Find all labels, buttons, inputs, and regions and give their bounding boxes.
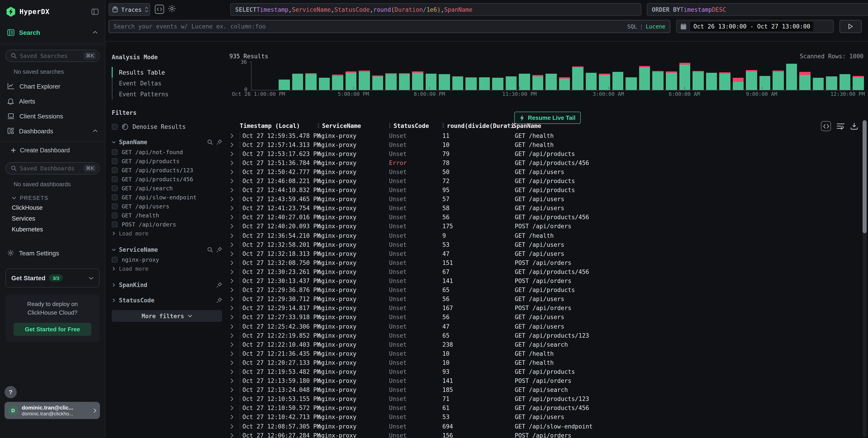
histogram-bar[interactable] <box>305 62 316 90</box>
sidebar-item-dashboards[interactable]: Dashboards <box>0 124 105 138</box>
histogram-bar[interactable] <box>479 62 490 90</box>
saved-dashboards-field[interactable] <box>20 165 81 172</box>
load-more-button[interactable]: Load more <box>112 229 222 238</box>
column-resize-handle[interactable] <box>508 123 510 129</box>
histogram-bar[interactable] <box>372 62 383 90</box>
row-expand-icon[interactable] <box>229 351 240 356</box>
saved-dashboards-input[interactable]: ⌘K <box>5 162 99 174</box>
histogram-bar[interactable] <box>613 62 623 90</box>
histogram-bar[interactable] <box>773 62 784 90</box>
facet-option[interactable]: GET /api/products/123 <box>112 165 222 174</box>
more-filters-button[interactable]: More filters <box>112 310 222 322</box>
row-expand-icon[interactable] <box>229 324 240 329</box>
row-expand-icon[interactable] <box>229 415 240 420</box>
sidebar-item-search[interactable]: Search <box>0 21 105 44</box>
language-sql-option[interactable]: SQL <box>627 23 637 30</box>
facet-search-icon[interactable] <box>207 247 213 253</box>
facet-option[interactable]: POST /api/orders <box>112 220 222 229</box>
row-expand-icon[interactable] <box>229 342 240 347</box>
facet-option[interactable]: GET /api/slow-endpoint <box>112 193 222 202</box>
row-expand-icon[interactable] <box>229 251 240 256</box>
table-row[interactable]: Oct 27 12:20:27.133 PMnginx-proxyUnset10… <box>229 358 861 367</box>
row-expand-icon[interactable] <box>229 269 240 274</box>
row-expand-icon[interactable] <box>229 388 240 392</box>
histogram-bar[interactable] <box>332 62 343 90</box>
preset-item-services[interactable]: Services <box>0 213 105 224</box>
row-expand-icon[interactable] <box>229 315 240 320</box>
preset-item-kubernetes[interactable]: Kubernetes <box>0 224 105 235</box>
table-row[interactable]: Oct 27 12:29:30.712 PMnginx-proxyUnset56… <box>229 295 861 304</box>
histogram-bar[interactable] <box>799 62 810 90</box>
chevron-down-icon[interactable] <box>112 248 116 252</box>
table-row[interactable]: Oct 27 12:13:24.048 PMnginx-proxyUnset18… <box>229 385 861 394</box>
histogram-bar[interactable] <box>412 62 423 90</box>
table-row[interactable]: Oct 27 12:36:54.210 PMnginx-proxyUnset9G… <box>229 231 861 240</box>
facet-option[interactable]: nginx-proxy <box>112 255 222 264</box>
histogram-bar[interactable] <box>639 62 650 90</box>
histogram-bar[interactable] <box>385 62 397 90</box>
histogram-bar[interactable] <box>559 62 570 90</box>
table-row[interactable]: Oct 27 12:57:14.313 PMnginx-proxyUnset10… <box>229 140 861 149</box>
get-started-free-button[interactable]: Get Started for Free <box>13 323 91 336</box>
denoise-checkbox[interactable] <box>112 124 118 130</box>
histogram-bar[interactable] <box>666 62 677 90</box>
histogram-bar[interactable] <box>506 62 517 90</box>
table-row[interactable]: Oct 27 12:51:36.784 PMnginx-proxyError78… <box>229 159 861 167</box>
table-row[interactable]: Oct 27 12:43:59.465 PMnginx-proxyUnset57… <box>229 195 861 204</box>
row-expand-icon[interactable] <box>229 206 240 211</box>
table-row[interactable]: Oct 27 12:30:13.437 PMnginx-proxyUnset14… <box>229 276 861 285</box>
sidebar-collapse-icon[interactable] <box>91 9 99 15</box>
table-row[interactable]: Oct 27 12:29:14.817 PMnginx-proxyUnset16… <box>229 304 861 313</box>
row-expand-icon[interactable] <box>229 188 240 193</box>
create-dashboard-button[interactable]: Create Dashboard <box>0 143 105 157</box>
sidebar-item-team-settings[interactable]: Team Settings <box>0 245 105 260</box>
histogram-bar[interactable] <box>719 62 730 90</box>
sidebar-item-client-sessions[interactable]: Client Sessions <box>0 108 105 124</box>
row-expand-icon[interactable] <box>229 406 240 411</box>
table-row[interactable]: Oct 27 12:44:10.832 PMnginx-proxyUnset95… <box>229 186 861 195</box>
code-editor-icon[interactable] <box>155 4 164 14</box>
table-row[interactable]: Oct 27 12:53:17.623 PMnginx-proxyUnset79… <box>229 149 861 158</box>
chevron-up-icon[interactable] <box>93 129 98 132</box>
results-histogram[interactable]: 36 0 <box>251 62 864 91</box>
row-expand-icon[interactable] <box>229 242 240 247</box>
table-row[interactable]: Oct 27 12:27:33.918 PMnginx-proxyUnset56… <box>229 313 861 322</box>
histogram-bar[interactable] <box>759 62 770 90</box>
histogram-bar[interactable] <box>466 62 477 90</box>
facet-checkbox[interactable] <box>112 257 118 262</box>
histogram-bar[interactable] <box>599 62 610 90</box>
table-row[interactable]: Oct 27 12:46:08.221 PMnginx-proxyUnset72… <box>229 176 861 186</box>
table-row[interactable]: Oct 27 12:19:53.482 PMnginx-proxyUnset93… <box>229 367 861 376</box>
table-row[interactable]: Oct 27 12:41:23.754 PMnginx-proxyUnset58… <box>229 204 861 213</box>
row-expand-icon[interactable] <box>229 178 240 183</box>
row-expand-icon[interactable] <box>229 215 240 220</box>
table-row[interactable]: Oct 27 12:32:58.201 PMnginx-proxyUnset53… <box>229 240 861 249</box>
histogram-bar[interactable] <box>786 62 797 90</box>
pin-icon[interactable] <box>216 247 222 253</box>
user-account-chip[interactable]: D dominic.tran@clic... dominic.tran@clic… <box>4 402 100 419</box>
row-expand-icon[interactable] <box>229 278 240 283</box>
help-button[interactable]: ? <box>4 386 17 398</box>
facet-checkbox[interactable] <box>112 185 118 191</box>
date-range-picker[interactable]: Oct 26 13:00:00 - Oct 27 13:00:00 <box>676 20 834 33</box>
column-resize-handle[interactable] <box>389 123 391 129</box>
facet-checkbox[interactable] <box>112 167 118 173</box>
row-expand-icon[interactable] <box>229 224 240 229</box>
table-row[interactable]: Oct 27 12:21:36.435 PMnginx-proxyUnset10… <box>229 349 861 358</box>
table-row[interactable]: Oct 27 12:40:20.093 PMnginx-proxyUnset17… <box>229 222 861 231</box>
row-expand-icon[interactable] <box>229 133 240 138</box>
preset-item-clickhouse[interactable]: ClickHouse <box>0 202 105 213</box>
saved-searches-field[interactable] <box>20 53 81 59</box>
table-row[interactable]: Oct 27 12:32:08.750 PMnginx-proxyUnset15… <box>229 258 861 267</box>
denoise-results-toggle[interactable]: Denoise Results <box>112 124 222 130</box>
histogram-bar[interactable] <box>532 62 544 90</box>
facet-checkbox[interactable] <box>112 221 118 227</box>
pin-icon[interactable] <box>216 139 222 145</box>
table-row[interactable]: Oct 27 12:40:27.016 PMnginx-proxyUnset56… <box>229 213 861 222</box>
facet-option[interactable]: GET /api/users <box>112 202 222 211</box>
column-header-duration[interactable]: round(divide(Duration, <box>442 123 515 129</box>
table-row[interactable]: Oct 27 12:13:59.180 PMnginx-proxyUnset14… <box>229 376 861 385</box>
row-expand-icon[interactable] <box>229 151 240 156</box>
histogram-bar[interactable] <box>652 62 663 90</box>
column-header-statuscode[interactable]: StatusCode <box>389 123 442 129</box>
